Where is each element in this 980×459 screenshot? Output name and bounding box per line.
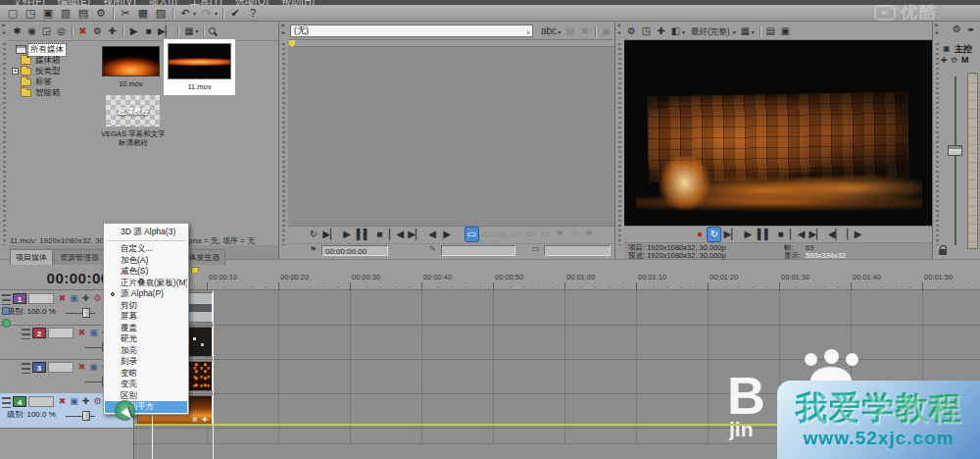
split-screen-icon-arrow[interactable]: ▾ bbox=[682, 28, 685, 35]
track-pan-icon[interactable]: ✚ bbox=[80, 396, 91, 407]
media-thumbnail-11mov[interactable] bbox=[168, 43, 231, 79]
remove-plugin-icon[interactable]: ✖ bbox=[578, 25, 591, 38]
copy-icon[interactable]: ▦ bbox=[135, 6, 151, 20]
track-fx-icon[interactable]: ⚙ bbox=[92, 396, 103, 407]
video-fx-icon[interactable]: ✚ bbox=[655, 25, 667, 38]
start-preview-icon[interactable]: ▶ bbox=[127, 25, 140, 38]
media-properties-icon[interactable]: ⚙ bbox=[91, 25, 104, 38]
pin-icon[interactable]: ◂ bbox=[616, 29, 621, 36]
close-icon[interactable]: ✕ bbox=[1, 23, 6, 29]
external-preview-icon[interactable]: ▶▏ bbox=[157, 25, 173, 38]
track-pan-icon[interactable]: ✚ bbox=[80, 293, 91, 304]
track-name-field[interactable] bbox=[48, 362, 74, 373]
bus-fx-icon[interactable]: ⚙ bbox=[951, 56, 957, 65]
context-menu-item[interactable]: 源 Alpha(P) bbox=[105, 288, 187, 300]
next-frame-icon[interactable]: ▏▶ bbox=[846, 228, 862, 241]
pause-icon[interactable]: ▌▌ bbox=[356, 228, 371, 241]
dock-divider[interactable] bbox=[278, 22, 279, 259]
track-bypass-icon[interactable]: ▣ bbox=[88, 328, 99, 338]
trimmer-timecode-field[interactable]: 00:00:00.00 bbox=[321, 245, 388, 256]
views-icon-arrow[interactable]: ▾ bbox=[195, 27, 198, 34]
snapshot1-icon[interactable]: ▭ bbox=[524, 228, 537, 241]
region-flag-icon[interactable]: ⚐ bbox=[568, 228, 581, 241]
context-menu-item[interactable]: 加色(A) bbox=[105, 255, 187, 267]
remove-media-icon[interactable]: ✖ bbox=[76, 25, 89, 38]
paste-icon[interactable]: ▨ bbox=[153, 6, 169, 20]
mixer-settings-icon[interactable]: ⚙ bbox=[953, 24, 961, 34]
go-to-end-icon[interactable]: ▶▏ bbox=[808, 228, 824, 241]
tab-0[interactable]: 项目媒体 bbox=[10, 249, 53, 265]
track-name-field[interactable] bbox=[28, 293, 54, 304]
expander-icon[interactable] bbox=[12, 68, 19, 75]
context-menu-item[interactable]: 屏幕 bbox=[105, 311, 187, 323]
save-as-icon[interactable]: ▥ bbox=[58, 6, 74, 20]
selection-start-field[interactable] bbox=[441, 245, 515, 256]
external-monitor-icon[interactable]: ◳ bbox=[640, 25, 653, 38]
trimmer-ruler[interactable] bbox=[288, 40, 614, 47]
dock-divider[interactable] bbox=[932, 22, 933, 259]
get-media-icon[interactable]: ◎ bbox=[55, 25, 68, 38]
close-icon[interactable]: ✕ bbox=[934, 23, 939, 29]
redo-icon[interactable]: ↷▾ bbox=[199, 6, 219, 20]
context-menu-item[interactable]: 覆盖 bbox=[105, 323, 187, 334]
pause-icon[interactable]: ▌▌ bbox=[757, 228, 772, 241]
stop-preview-icon[interactable]: ■ bbox=[142, 25, 155, 38]
dock-drag-handle[interactable] bbox=[618, 43, 621, 245]
pin-icon[interactable]: ◂ bbox=[934, 29, 939, 36]
dock-close-button[interactable]: ✕◂ bbox=[616, 23, 621, 36]
context-menu-item[interactable]: 正片叠底(蒙板)(M) bbox=[105, 278, 187, 289]
overlay-grid-icon[interactable]: ▦▾ bbox=[739, 25, 756, 38]
track-fx-icon[interactable]: ⚙ bbox=[92, 293, 103, 304]
media-thumbnail-10mov[interactable] bbox=[102, 46, 160, 76]
selection-flag-icon[interactable]: ⚑ bbox=[583, 228, 596, 241]
context-menu-item[interactable]: 3D 源 Alpha(3) bbox=[105, 227, 187, 238]
close-icon[interactable]: ✕ bbox=[280, 23, 285, 29]
overlay-grid-icon-arrow[interactable]: ▾ bbox=[752, 28, 755, 35]
pin-icon[interactable]: ◂ bbox=[1, 29, 6, 36]
auto-preview-icon[interactable]: ✚ bbox=[106, 25, 119, 38]
save-frame-icon[interactable]: ▣ bbox=[779, 25, 792, 38]
views-icon[interactable]: ▦▾ bbox=[182, 25, 199, 38]
track-bypass-icon[interactable]: ▣ bbox=[88, 362, 99, 373]
fader-handle[interactable] bbox=[948, 145, 962, 156]
track-level-handle[interactable] bbox=[82, 308, 90, 318]
fader-track[interactable] bbox=[955, 76, 956, 245]
context-menu-item[interactable]: 剪切 bbox=[105, 300, 187, 312]
preview-settings-icon[interactable]: ⚙ bbox=[625, 25, 638, 38]
insert-bus-icon[interactable]: ◂▸ bbox=[967, 26, 974, 33]
dock-close-button[interactable]: ✕◂ bbox=[1, 23, 6, 36]
media-thumbnail-title[interactable]: 超清教程 bbox=[106, 95, 160, 127]
stop-icon[interactable]: ■ bbox=[774, 228, 787, 241]
stop-icon[interactable]: ■ bbox=[373, 228, 386, 241]
render-as-icon[interactable]: ▤ bbox=[75, 6, 91, 20]
dock-drag-handle[interactable] bbox=[282, 43, 285, 245]
track-level-handle[interactable] bbox=[82, 411, 90, 421]
track-name-field[interactable] bbox=[28, 396, 54, 407]
save-project-icon[interactable]: ▣ bbox=[40, 6, 56, 20]
selection-edge-line[interactable] bbox=[213, 290, 214, 459]
open-project-icon[interactable]: ◳ bbox=[23, 6, 38, 20]
context-menu-item[interactable]: 刻录 bbox=[105, 356, 187, 368]
close-icon[interactable]: ✕ bbox=[616, 23, 621, 29]
plugin-preset-combobox[interactable]: (无) ˅ bbox=[290, 25, 533, 37]
video-preview-screen[interactable] bbox=[624, 40, 932, 226]
track-mute-icon[interactable]: ✖ bbox=[57, 293, 68, 304]
context-menu-item[interactable]: 自定义... bbox=[105, 243, 187, 255]
trimmer-workspace[interactable] bbox=[288, 40, 614, 226]
help-icon[interactable]: ? bbox=[245, 6, 261, 20]
bus-mute-button[interactable]: M bbox=[961, 55, 969, 65]
import-media-icon[interactable]: ◲ bbox=[40, 25, 53, 38]
context-menu-item[interactable]: 硬光 bbox=[105, 333, 187, 345]
track-bypass-icon[interactable]: ▣ bbox=[69, 293, 79, 304]
cut-icon[interactable]: ✂ bbox=[118, 6, 133, 20]
undo-icon[interactable]: ↶▾ bbox=[177, 6, 197, 20]
fade-handle-icon[interactable]: ⊕ bbox=[192, 416, 198, 424]
tree-item-0[interactable]: 所有媒体 bbox=[16, 44, 98, 55]
track-name-field[interactable] bbox=[48, 328, 74, 338]
play-icon[interactable]: ▶ bbox=[742, 228, 755, 241]
preview-quality-select-arrow[interactable]: ▾ bbox=[733, 28, 736, 35]
preview-quality-select[interactable]: 最好(完整)▾ bbox=[688, 25, 737, 38]
selection-end-field[interactable] bbox=[544, 245, 611, 256]
loop-playback-icon[interactable]: ↻ bbox=[708, 228, 720, 241]
abc-dropdown-icon[interactable]: abc▾ bbox=[540, 25, 562, 38]
